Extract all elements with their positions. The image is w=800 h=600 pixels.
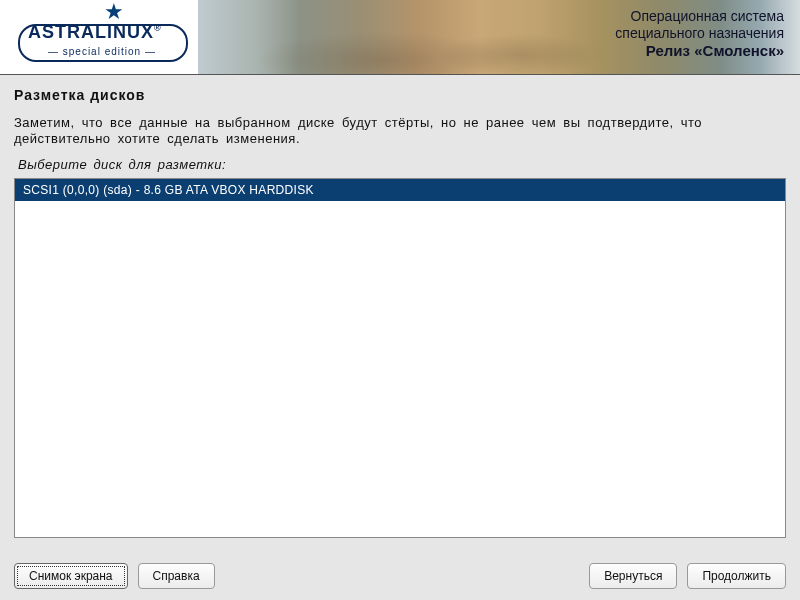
banner-title-block: Операционная система специального назнач…: [615, 8, 784, 59]
banner-line3: Релиз «Смоленск»: [615, 42, 784, 59]
banner-line2: специального назначения: [615, 25, 784, 42]
continue-button[interactable]: Продолжить: [687, 563, 786, 589]
logo-text: ASTRALINUX®: [28, 22, 162, 43]
main-content: Разметка дисков Заметим, что все данные …: [0, 75, 800, 552]
select-disk-prompt: Выберите диск для разметки:: [18, 157, 786, 172]
screenshot-button[interactable]: Снимок экрана: [14, 563, 128, 589]
page-title: Разметка дисков: [14, 87, 786, 103]
help-button[interactable]: Справка: [138, 563, 215, 589]
logo-subtitle: — special edition —: [48, 46, 156, 57]
page-description: Заметим, что все данные на выбранном дис…: [14, 115, 786, 147]
header-banner: ★ ASTRALINUX® — special edition — Операц…: [0, 0, 800, 75]
star-icon: ★: [104, 1, 124, 23]
disk-list-item[interactable]: SCSI1 (0,0,0) (sda) - 8.6 GB ATA VBOX HA…: [15, 179, 785, 201]
button-bar: Снимок экрана Справка Вернуться Продолжи…: [0, 552, 800, 600]
banner-line1: Операционная система: [615, 8, 784, 25]
back-button[interactable]: Вернуться: [589, 563, 677, 589]
disk-listbox[interactable]: SCSI1 (0,0,0) (sda) - 8.6 GB ATA VBOX HA…: [14, 178, 786, 538]
logo: ★ ASTRALINUX® — special edition —: [14, 2, 194, 67]
